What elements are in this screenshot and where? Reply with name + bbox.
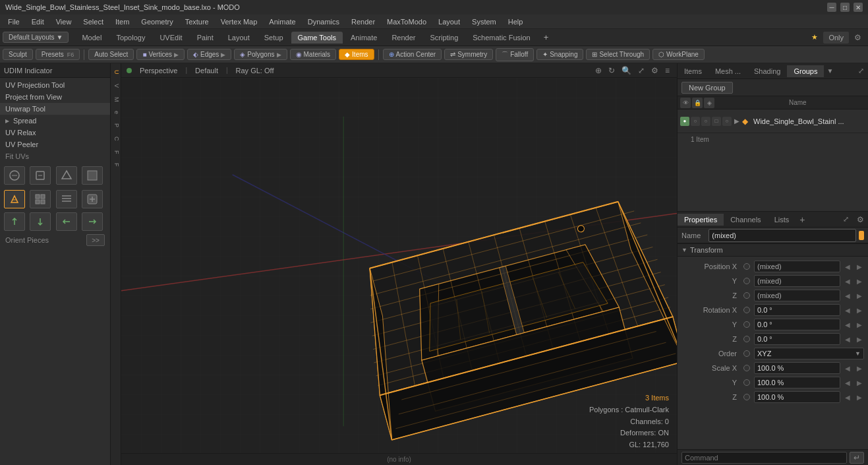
rotation-z-value[interactable]: 0.0 ° — [754, 333, 840, 345]
rotation-y-value[interactable]: 0.0 ° — [754, 319, 840, 330]
rotation-y-prev[interactable]: ◀ — [843, 320, 852, 329]
rotation-x-next[interactable]: ▶ — [855, 305, 864, 315]
menu-animate[interactable]: Animate — [264, 16, 301, 27]
arrow-right-icon[interactable] — [82, 212, 103, 231]
viewport-menu-icon[interactable]: ≡ — [663, 65, 672, 76]
tool-icon-8[interactable] — [82, 190, 103, 208]
rotation-x-value[interactable]: 0.0 ° — [754, 304, 840, 316]
rp-tab-items[interactable]: Items — [678, 65, 709, 77]
menu-maxtomodo[interactable]: MaxToModo — [382, 16, 432, 27]
tool-icon-1[interactable] — [4, 166, 25, 185]
tool-icon-4[interactable] — [82, 166, 103, 185]
col-render-icon[interactable]: ◈ — [704, 98, 714, 108]
items-button[interactable]: ◆ Items — [339, 49, 374, 60]
tool-icon-3[interactable] — [56, 166, 77, 185]
col-eye-icon[interactable]: 👁 — [680, 98, 691, 108]
side-tab-v[interactable]: V — [111, 80, 121, 92]
tab-animate[interactable]: Animate — [344, 32, 384, 44]
edges-button[interactable]: ⬖ Edges ▶ — [187, 49, 231, 60]
props-tab-channels[interactable]: Channels — [724, 214, 767, 226]
scale-z-value[interactable]: 100.0 % — [754, 391, 840, 403]
rotation-x-radio[interactable] — [743, 307, 750, 313]
auto-select-button[interactable]: Auto Select — [88, 49, 134, 60]
position-z-value[interactable]: (mixed) — [754, 290, 840, 301]
presets-button[interactable]: Presets F6 — [36, 49, 80, 60]
scale-y-next[interactable]: ▶ — [855, 378, 864, 387]
position-x-prev[interactable]: ◀ — [843, 262, 852, 271]
rp-expand-button[interactable]: ⤢ — [854, 65, 868, 77]
scale-x-prev[interactable]: ◀ — [843, 363, 852, 373]
position-x-radio[interactable] — [743, 263, 750, 270]
minimize-button[interactable]: ─ — [827, 3, 836, 12]
tab-paint[interactable]: Paint — [190, 32, 220, 44]
order-select[interactable]: XYZ ▼ — [754, 348, 864, 359]
tool-icon-7[interactable] — [56, 190, 77, 208]
col-lock-icon[interactable]: 🔒 — [692, 98, 703, 108]
menu-texture[interactable]: Texture — [180, 16, 214, 27]
name-dial[interactable] — [859, 231, 864, 240]
uv-relax[interactable]: UV Relax — [0, 127, 110, 139]
command-input[interactable] — [681, 452, 847, 464]
rotation-z-prev[interactable]: ◀ — [843, 334, 852, 344]
position-x-next[interactable]: ▶ — [855, 262, 864, 271]
side-tab-e[interactable]: e — [111, 107, 121, 118]
rp-tab-shading[interactable]: Shading — [747, 65, 787, 77]
menu-dynamics[interactable]: Dynamics — [303, 16, 345, 27]
menu-file[interactable]: File — [3, 16, 25, 27]
action-center-button[interactable]: ⊕ Action Center — [383, 49, 442, 60]
menu-view[interactable]: View — [51, 16, 77, 27]
viewport-orient-icon[interactable]: ⊕ — [593, 65, 604, 76]
side-tab-u[interactable]: U — [111, 66, 121, 78]
menu-geometry[interactable]: Geometry — [136, 16, 178, 27]
rotation-z-next[interactable]: ▶ — [855, 334, 864, 344]
only-button[interactable]: Only — [823, 32, 849, 44]
spread-tool[interactable]: Spread — [0, 115, 110, 127]
rotation-x-prev[interactable]: ◀ — [843, 305, 852, 315]
tab-layout[interactable]: Layout — [221, 32, 256, 44]
props-expand-button[interactable]: ⤢ — [839, 213, 853, 226]
menu-vertex-map[interactable]: Vertex Map — [216, 16, 263, 27]
tab-scripting[interactable]: Scripting — [423, 32, 465, 44]
add-tab-button[interactable]: + — [538, 30, 554, 44]
materials-button[interactable]: ◉ Materials — [290, 49, 337, 60]
menu-select[interactable]: Select — [78, 16, 109, 27]
menu-render[interactable]: Render — [346, 16, 380, 27]
tab-uvedit[interactable]: UVEdit — [153, 32, 188, 44]
position-z-radio[interactable] — [743, 292, 750, 299]
rotation-z-radio[interactable] — [743, 336, 750, 342]
viewport-canvas[interactable]: X Y Z 3 Items Polygons : Catmull-Clark C… — [121, 78, 677, 465]
position-x-value[interactable]: (mixed) — [754, 261, 840, 272]
menu-help[interactable]: Help — [503, 16, 529, 27]
viewport-settings-icon[interactable]: ⚙ — [649, 65, 660, 76]
scale-y-radio[interactable] — [743, 379, 750, 386]
scale-y-value[interactable]: 100.0 % — [754, 377, 840, 388]
props-gear-button[interactable]: ⚙ — [853, 213, 868, 226]
rp-tab-mesh[interactable]: Mesh ... — [709, 65, 747, 77]
default-layouts-dropdown[interactable]: Default Layouts ▼ — [3, 32, 69, 43]
vertices-button[interactable]: ■ Vertices ▶ — [136, 49, 185, 60]
tab-topology[interactable]: Topology — [109, 32, 152, 44]
tab-schematic-fusion[interactable]: Schematic Fusion — [466, 32, 536, 44]
settings-gear-icon[interactable]: ⚙ — [850, 31, 865, 44]
fit-uvs[interactable]: Fit UVs — [0, 150, 110, 162]
scale-x-next[interactable]: ▶ — [855, 363, 864, 373]
rp-tab-dropdown[interactable]: ▼ — [824, 65, 836, 77]
viewport-fit-icon[interactable]: ⤢ — [636, 65, 647, 76]
side-tab-bottom[interactable]: F — [111, 159, 121, 171]
scale-x-value[interactable]: 100.0 % — [754, 362, 840, 374]
sculpt-button[interactable]: Sculpt — [3, 49, 33, 60]
orient-expand-button[interactable]: >> — [86, 234, 105, 246]
position-z-next[interactable]: ▶ — [855, 291, 864, 300]
arrow-left-icon[interactable] — [56, 212, 77, 231]
side-tab-c[interactable]: C — [111, 133, 121, 145]
snapping-button[interactable]: ✦ Snapping — [536, 49, 583, 60]
scale-z-prev[interactable]: ◀ — [843, 392, 852, 402]
side-tab-f[interactable]: F — [111, 146, 121, 158]
select-through-button[interactable]: ⊞ Select Through — [586, 49, 650, 60]
menu-system[interactable]: System — [467, 16, 502, 27]
unwrap-tool[interactable]: Unwrap Tool — [0, 103, 110, 115]
tab-render[interactable]: Render — [385, 32, 422, 44]
maximize-button[interactable]: □ — [840, 3, 850, 12]
gi-extra-icon[interactable]: ○ — [722, 117, 732, 126]
gi-render-icon[interactable]: ○ — [701, 117, 710, 126]
